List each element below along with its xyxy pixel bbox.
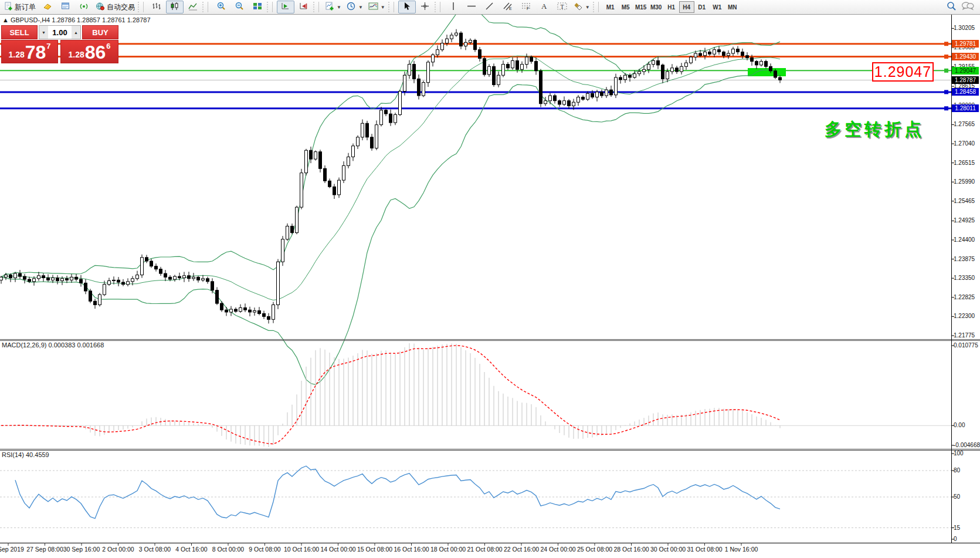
auto-trading-label: 自动交易 xyxy=(107,2,135,12)
chart-canvas xyxy=(0,15,980,558)
templates-dropdown-button[interactable]: ▼ xyxy=(366,1,388,13)
channel-icon: E xyxy=(503,2,513,12)
rsi-value: 40.4559 xyxy=(26,451,49,458)
buy-price-box[interactable]: 1.28 86 6 xyxy=(60,40,118,63)
time-axis-label: 16 Oct 16:00 xyxy=(394,546,429,553)
line-anchor-marker[interactable] xyxy=(944,42,948,46)
tile-windows-button[interactable] xyxy=(249,1,266,13)
timeframe-button-m1[interactable]: M1 xyxy=(603,1,618,13)
fibonacci-icon: F xyxy=(521,2,531,12)
collapse-icon[interactable]: ▲ xyxy=(2,16,9,23)
timeframe-button-h1[interactable]: H1 xyxy=(664,1,679,13)
time-axis-label: 1 Nov 16:00 xyxy=(725,546,758,553)
timeframe-button-mn[interactable]: MN xyxy=(725,1,740,13)
data-window-button[interactable] xyxy=(57,1,74,13)
close-value: 1.28787 xyxy=(127,16,151,23)
sell-button[interactable]: SELL xyxy=(1,25,38,39)
price-tick-label: 1.24400 xyxy=(954,236,975,243)
text-tool-button[interactable]: A xyxy=(535,1,553,13)
macd-signal-value: 0.001668 xyxy=(77,341,104,349)
low-value: 1.28761 xyxy=(102,16,126,23)
timeframe-group: M1M5M15M30H1H4D1W1MN xyxy=(603,1,740,13)
signals-button[interactable] xyxy=(75,1,93,13)
price-alert-box[interactable]: 1.29047 xyxy=(872,62,934,82)
zoom-in-icon xyxy=(216,2,226,12)
shapes-dropdown-button[interactable]: ▼ xyxy=(572,1,592,13)
timeframe-button-m15[interactable]: M15 xyxy=(633,1,649,13)
volume-increase-button[interactable]: ▲ xyxy=(72,26,80,39)
toolbar-separator xyxy=(388,2,394,12)
toolbar-separator xyxy=(435,2,440,12)
crosshair-tool-button[interactable] xyxy=(416,1,434,13)
search-icon[interactable] xyxy=(947,1,957,13)
rsi-line xyxy=(15,466,780,519)
price-tick-label: 1.26515 xyxy=(954,160,975,166)
line-anchor-marker[interactable] xyxy=(944,69,948,73)
sell-price-big: 78 xyxy=(25,43,46,61)
time-axis-label: 9 Oct 08:00 xyxy=(249,546,280,553)
timeframe-button-h4[interactable]: H4 xyxy=(679,1,694,13)
time-axis-label: 14 Oct 00:00 xyxy=(320,546,355,553)
line-anchor-marker[interactable] xyxy=(944,106,948,110)
sell-price-box[interactable]: 1.28 78 7 xyxy=(1,40,58,63)
rsi-axis-label: 50 xyxy=(954,493,960,500)
time-axis-label: 28 Oct 16:00 xyxy=(613,546,649,553)
zoom-out-icon xyxy=(235,2,244,12)
volume-decrease-button[interactable]: ▼ xyxy=(39,26,48,39)
line-anchor-marker[interactable] xyxy=(944,90,948,94)
timeframe-button-d1[interactable]: D1 xyxy=(694,1,710,13)
price-tick-label: 1.22300 xyxy=(954,313,975,319)
rsi-axis-label: 80 xyxy=(954,467,960,474)
time-axis-label: 4 Oct 16:00 xyxy=(175,546,207,553)
new-order-button[interactable]: 新订单 xyxy=(2,1,38,13)
toolbar-separator xyxy=(313,2,319,12)
vertical-line-tool-button[interactable] xyxy=(445,1,462,13)
buy-price-big: 86 xyxy=(85,43,106,61)
new-order-label: 新订单 xyxy=(15,2,36,12)
macd-axis-label: 0.010775 xyxy=(954,342,978,349)
timeframe-button-w1[interactable]: W1 xyxy=(710,1,725,13)
auto-trading-icon xyxy=(96,2,105,12)
highlight-rect-object[interactable] xyxy=(748,68,786,76)
dropdown-caret-icon: ▼ xyxy=(585,5,590,10)
auto-scroll-button[interactable] xyxy=(277,1,294,13)
cursor-arrow-icon xyxy=(403,2,411,12)
equidistant-channel-tool-button[interactable]: E xyxy=(499,1,517,13)
market-watch-button[interactable] xyxy=(39,1,56,13)
volume-value[interactable]: 1.00 xyxy=(48,26,72,39)
cursor-tool-button[interactable] xyxy=(398,1,416,13)
macd-axis-label: 0.00 xyxy=(954,422,965,428)
chart-shift-button[interactable] xyxy=(295,1,313,13)
volume-stepper: ▼ 1.00 ▲ xyxy=(39,25,81,39)
indicators-dropdown-button[interactable]: ▼ xyxy=(323,1,344,13)
sell-price-sup: 7 xyxy=(46,42,50,50)
candlestick-chart-button[interactable] xyxy=(166,1,184,13)
price-tick-label: 1.21775 xyxy=(954,332,975,339)
auto-trading-button[interactable]: 自动交易 xyxy=(93,1,137,13)
timeframe-button-m30[interactable]: M30 xyxy=(649,1,664,13)
signals-icon xyxy=(79,2,89,12)
bar-chart-button[interactable] xyxy=(148,1,165,13)
zoom-in-button[interactable] xyxy=(212,1,230,13)
label-tool-button[interactable]: T xyxy=(554,1,571,13)
horizontal-line-tool-button[interactable] xyxy=(463,1,480,13)
price-tag: 1.28011 xyxy=(952,104,979,112)
zoom-out-button[interactable] xyxy=(230,1,248,13)
price-tick-label: 1.24925 xyxy=(954,217,975,224)
annotation-text[interactable]: 多空转折点 xyxy=(825,118,924,141)
community-chat-icon[interactable] xyxy=(961,1,974,13)
buy-button[interactable]: BUY xyxy=(82,25,118,39)
periods-dropdown-button[interactable]: ▼ xyxy=(344,1,365,13)
dropdown-caret-icon: ▼ xyxy=(337,5,341,10)
pane-separators[interactable] xyxy=(0,340,980,451)
one-click-trading-panel: SELL ▼ 1.00 ▲ BUY 1.28 78 7 1.28 86 6 xyxy=(1,25,118,64)
trendline-tool-button[interactable] xyxy=(481,1,499,13)
time-axis-label: 18 Oct 00:00 xyxy=(430,546,466,553)
timeframe-button-m5[interactable]: M5 xyxy=(618,1,633,13)
high-value: 1.28857 xyxy=(77,16,100,23)
price-tag: 1.28787 xyxy=(952,76,979,84)
fibonacci-tool-button[interactable]: F xyxy=(517,1,535,13)
line-chart-button[interactable] xyxy=(184,1,202,13)
line-anchor-marker[interactable] xyxy=(944,55,948,59)
price-tick-label: 1.25990 xyxy=(954,178,975,185)
